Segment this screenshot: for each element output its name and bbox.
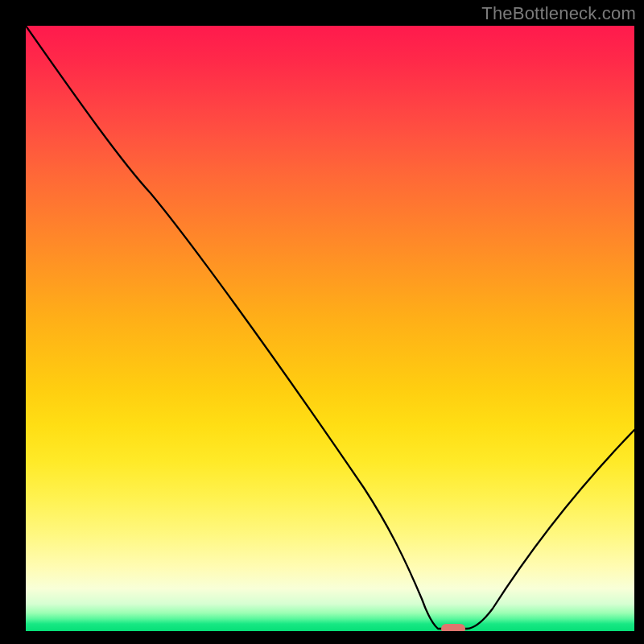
watermark-text: TheBottleneck.com <box>481 3 636 24</box>
curve-layer <box>26 26 634 631</box>
optimal-point-marker <box>441 624 465 631</box>
bottleneck-curve <box>26 26 634 629</box>
chart-frame: TheBottleneck.com <box>0 0 644 644</box>
plot-area <box>26 26 634 631</box>
